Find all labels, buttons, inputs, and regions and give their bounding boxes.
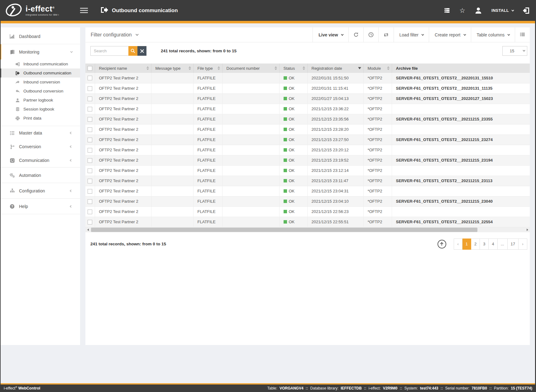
sidebar-item-outbound-conversion[interactable]: Outbound conversion: [0, 87, 80, 96]
table-row[interactable]: OFTP2 Test Partner 2FLATFILEOK2021/12/15…: [85, 196, 530, 206]
row-checkbox[interactable]: [88, 210, 92, 214]
column-header-recipient[interactable]: Recipient name: [95, 64, 151, 73]
sort-icon[interactable]: [218, 66, 220, 70]
column-header-archive_file[interactable]: Archive file: [392, 64, 530, 73]
sort-icon[interactable]: [146, 66, 149, 70]
sidebar-item-automation[interactable]: Automation: [0, 168, 80, 183]
row-checkbox[interactable]: [88, 168, 92, 173]
table-row[interactable]: OFTP2 Test Partner 2FLATFILEOK2021/12/15…: [85, 176, 530, 186]
row-checkbox[interactable]: [88, 117, 92, 122]
table-row[interactable]: OFTP2 Test Partner 2FLATFILEOK2021/12/15…: [85, 145, 530, 155]
list-view-button[interactable]: [515, 27, 530, 42]
pagination-prev[interactable]: ‹: [454, 239, 462, 250]
sidebar-item-inbound-conversion[interactable]: Inbound conversion: [0, 78, 80, 87]
favorite-star-icon[interactable]: ☆: [459, 7, 465, 14]
table-row[interactable]: OFTP2 Test Partner 2FLATFILEOK2022/01/31…: [85, 83, 530, 93]
column-label: Archive file: [396, 66, 418, 71]
sort-icon[interactable]: [275, 66, 277, 70]
scrollbar-track[interactable]: [90, 227, 525, 232]
table-row[interactable]: OFTP2 Test Partner 2FLATFILEOK2021/12/15…: [85, 155, 530, 165]
user-avatar-icon[interactable]: [475, 7, 482, 14]
history-button[interactable]: [363, 27, 378, 42]
server-icon[interactable]: [444, 8, 450, 13]
select-all-checkbox[interactable]: [88, 66, 92, 71]
table-row[interactable]: OFTP2 Test Partner 2FLATFILEOK2021/12/15…: [85, 206, 530, 217]
user-menu[interactable]: INSTALL: [491, 8, 513, 13]
sort-icon[interactable]: [303, 66, 305, 70]
sidebar-item-session-logbook[interactable]: Session logbook: [0, 105, 80, 114]
column-header-document_number[interactable]: Document number: [222, 64, 279, 73]
pagination-page-2[interactable]: 2: [471, 239, 480, 250]
scrollbar-thumb[interactable]: [91, 228, 477, 232]
table-row[interactable]: OFTP2 Test Partner 2FLATFILEOK2021/12/15…: [85, 114, 530, 124]
column-header-status[interactable]: Status: [279, 64, 307, 73]
pagination-page-3[interactable]: 3: [480, 239, 489, 250]
sort-icon[interactable]: [387, 66, 390, 70]
sidebar-group-communication[interactable]: Communication: [0, 153, 80, 167]
pagination-next[interactable]: ›: [519, 239, 527, 250]
row-checkbox[interactable]: [88, 199, 92, 204]
page-size-select[interactable]: 15: [502, 46, 527, 56]
row-checkbox[interactable]: [88, 158, 92, 163]
sidebar-item-outbound-communication[interactable]: Outbound communication: [0, 68, 80, 78]
sidebar-group-help[interactable]: ? Help: [0, 199, 80, 214]
search-button[interactable]: [128, 46, 137, 56]
sort-desc-icon[interactable]: [358, 67, 361, 69]
row-checkbox[interactable]: [88, 138, 92, 142]
pagination-page-17[interactable]: 17: [508, 239, 519, 250]
refresh-button[interactable]: [348, 27, 363, 42]
load-filter-dropdown[interactable]: Load filter: [394, 27, 429, 42]
menu-toggle-button[interactable]: [80, 8, 88, 13]
table-row[interactable]: OFTP2 Test Partner 2FLATFILEOK2021/12/15…: [85, 165, 530, 176]
table-row[interactable]: OFTP2 Test Partner 2FLATFILEOK2022/01/31…: [85, 73, 530, 83]
clear-search-button[interactable]: [137, 46, 146, 56]
table-row[interactable]: OFTP2 Test Partner 2FLATFILEOK2021/12/15…: [85, 135, 530, 145]
footer-info-value: 7810FB0: [472, 386, 487, 390]
logout-icon[interactable]: [523, 7, 529, 14]
table-row[interactable]: OFTP2 Test Partner 2FLATFILEOK2021/12/15…: [85, 217, 530, 227]
sidebar-group-conversion[interactable]: Conversion: [0, 140, 80, 153]
sidebar-group-master-data[interactable]: Master data: [0, 126, 80, 140]
sidebar-group-configuration[interactable]: Configuration: [0, 183, 80, 198]
scroll-right-arrow[interactable]: [525, 227, 530, 232]
column-header-message_type[interactable]: Message type: [151, 64, 193, 73]
sidebar-item-inbound-communication[interactable]: Inbound communication: [0, 59, 80, 68]
sync-circle-icon: [9, 158, 15, 163]
column-header-module[interactable]: Module: [363, 64, 392, 73]
sidebar-item-print-data[interactable]: Print data: [0, 114, 80, 123]
pagination-page-4[interactable]: 4: [489, 239, 497, 250]
table-columns-dropdown[interactable]: Table columns: [471, 27, 515, 42]
pagination-ellipsis[interactable]: ...: [498, 239, 508, 250]
filter-configuration-dropdown[interactable]: Filter configuration: [85, 27, 313, 42]
row-checkbox[interactable]: [88, 148, 92, 153]
row-checkbox[interactable]: [88, 220, 92, 224]
cell-document_number: [222, 93, 279, 104]
row-checkbox[interactable]: [88, 179, 92, 183]
table-row[interactable]: OFTP2 Test Partner 2FLATFILEOK2021/12/15…: [85, 104, 530, 114]
row-checkbox[interactable]: [88, 97, 92, 101]
repeat-button[interactable]: [378, 27, 394, 42]
table-row[interactable]: OFTP2 Test Partner 2FLATFILEOK2021/12/15…: [85, 186, 530, 196]
row-checkbox[interactable]: [88, 76, 92, 80]
sort-icon[interactable]: [189, 66, 191, 70]
scroll-left-arrow[interactable]: [85, 227, 90, 232]
create-report-dropdown[interactable]: Create report: [429, 27, 471, 42]
table-row[interactable]: OFTP2 Test Partner 2FLATFILEOK2022/01/27…: [85, 93, 530, 104]
column-header-registration_date[interactable]: Registration date: [307, 64, 363, 73]
search-input[interactable]: [90, 46, 128, 56]
row-checkbox[interactable]: [88, 107, 92, 111]
table-row[interactable]: OFTP2 Test Partner 2FLATFILEOK2021/12/15…: [85, 124, 530, 135]
live-view-dropdown[interactable]: Live view: [313, 27, 348, 42]
scroll-to-top-button[interactable]: [438, 240, 446, 248]
row-checkbox[interactable]: [88, 189, 92, 194]
row-checkbox[interactable]: [88, 127, 92, 132]
pagination-page-1[interactable]: 1: [462, 239, 471, 250]
cell-message_type: [151, 73, 193, 83]
row-checkbox[interactable]: [88, 86, 92, 91]
sidebar-item-partner-logbook[interactable]: Partner logbook: [0, 96, 80, 105]
horizontal-scrollbar[interactable]: [85, 227, 530, 232]
app-logo[interactable]: i-effect® integrated solutions for IBM i: [5, 3, 59, 18]
sidebar-item-dashboard[interactable]: Dashboard: [0, 29, 80, 44]
sidebar-group-monitoring[interactable]: Monitoring: [0, 44, 80, 59]
column-header-file_type[interactable]: File type: [193, 64, 222, 73]
